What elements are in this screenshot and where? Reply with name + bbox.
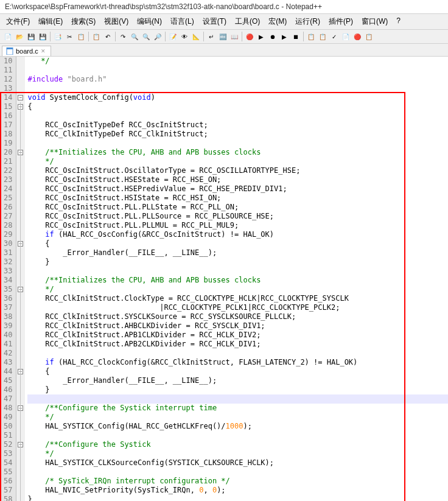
toolbar-button[interactable]: 📑 bbox=[52, 31, 63, 42]
menu-item[interactable]: 编码(N) bbox=[133, 15, 166, 28]
menu-item[interactable]: 文件(F) bbox=[2, 15, 33, 28]
code-line[interactable]: /* SysTick_IRQn interrupt configuration … bbox=[27, 477, 448, 486]
toolbar-button[interactable]: 📝 bbox=[167, 31, 178, 42]
toolbar-button[interactable]: 📋 bbox=[75, 31, 86, 42]
code-line[interactable]: /**Configure the Systick bbox=[27, 440, 448, 449]
toolbar-button[interactable]: 📋 bbox=[306, 31, 317, 42]
toolbar-button[interactable]: ▶ bbox=[279, 31, 290, 42]
toolbar-button[interactable]: 💾 bbox=[37, 31, 48, 42]
code-line[interactable]: if (HAL_RCC_OscConfig(&RCC_OscInitStruct… bbox=[27, 230, 448, 239]
code-line[interactable]: */ bbox=[27, 285, 448, 294]
menu-item[interactable]: 视图(V) bbox=[100, 15, 132, 28]
toolbar-button[interactable]: 📂 bbox=[14, 31, 25, 42]
code-line[interactable] bbox=[27, 267, 448, 276]
code-line[interactable]: void SystemClock_Config(void) bbox=[27, 93, 448, 102]
toolbar-button[interactable]: 🔴 bbox=[244, 31, 255, 42]
code-line[interactable]: RCC_ClkInitStruct.APB2CLKDivider = RCC_H… bbox=[27, 340, 448, 349]
code-line[interactable]: RCC_ClkInitStruct.AHBCLKDivider = RCC_SY… bbox=[27, 321, 448, 331]
code-line[interactable]: { bbox=[27, 367, 448, 376]
code-line[interactable]: RCC_ClkInitTypeDef RCC_ClkInitStruct; bbox=[27, 130, 448, 139]
toolbar-button[interactable]: ⏹ bbox=[290, 31, 301, 42]
menu-item[interactable]: 宏(M) bbox=[265, 15, 290, 28]
menu-item[interactable]: ? bbox=[393, 15, 404, 28]
file-tab[interactable]: board.c ✕ bbox=[2, 46, 51, 56]
toolbar-button[interactable]: 📋 bbox=[317, 31, 328, 42]
menu-item[interactable]: 窗口(W) bbox=[358, 15, 391, 28]
menu-item[interactable]: 编辑(E) bbox=[35, 15, 66, 28]
code-line[interactable]: */ bbox=[27, 57, 448, 66]
menu-item[interactable]: 运行(R) bbox=[292, 15, 324, 28]
toolbar-button[interactable]: ✓ bbox=[329, 31, 340, 42]
menu-item[interactable]: 设置(T) bbox=[199, 15, 230, 28]
toolbar-button[interactable]: 📋 bbox=[91, 31, 102, 42]
code-line[interactable]: } bbox=[27, 495, 448, 501]
toolbar-button[interactable]: 📐 bbox=[191, 31, 201, 42]
code-line[interactable]: /**Configure the Systick interrupt time bbox=[27, 404, 448, 413]
code-line[interactable]: HAL_SYSTICK_Config(HAL_RCC_GetHCLKFreq()… bbox=[27, 422, 448, 431]
code-line[interactable] bbox=[27, 66, 448, 75]
code-line[interactable] bbox=[27, 84, 448, 93]
code-line[interactable]: RCC_ClkInitStruct.APB1CLKDivider = RCC_H… bbox=[27, 331, 448, 340]
code-line[interactable]: RCC_OscInitStruct.OscillatorType = RCC_O… bbox=[27, 166, 448, 175]
code-line[interactable]: RCC_OscInitStruct.PLL.PLLSource = RCC_PL… bbox=[27, 212, 448, 221]
code-line[interactable]: */ bbox=[27, 413, 448, 422]
code-line[interactable] bbox=[27, 139, 448, 148]
toolbar-button[interactable]: 👁 bbox=[179, 31, 190, 42]
code-line[interactable]: _Error_Handler(__FILE__, __LINE__); bbox=[27, 248, 448, 258]
toolbar-button[interactable]: ↶ bbox=[102, 31, 113, 42]
editor[interactable]: 1011121314151617181920212223242526272829… bbox=[0, 57, 448, 501]
code-line[interactable]: RCC_OscInitStruct.PLL.PLLState = RCC_PLL… bbox=[27, 203, 448, 212]
code-line[interactable]: RCC_OscInitTypeDef RCC_OscInitStruct; bbox=[27, 121, 448, 130]
line-number: 55 bbox=[4, 468, 12, 477]
tab-close-icon[interactable]: ✕ bbox=[41, 48, 47, 54]
toolbar-button[interactable]: ↷ bbox=[117, 31, 128, 42]
fold-toggle[interactable]: − bbox=[18, 95, 23, 100]
toolbar-button[interactable]: 📄 bbox=[340, 31, 351, 42]
code-line[interactable]: } bbox=[27, 258, 448, 267]
menu-item[interactable]: 搜索(S) bbox=[68, 15, 99, 28]
code-line[interactable]: if (HAL_RCC_ClockConfig(&RCC_ClkInitStru… bbox=[27, 358, 448, 367]
menu-item[interactable]: 插件(P) bbox=[325, 15, 357, 28]
code-line[interactable]: RCC_OscInitStruct.HSEState = RCC_HSE_ON; bbox=[27, 175, 448, 184]
toolbar-button[interactable]: 🔤 bbox=[217, 31, 228, 42]
code-line[interactable]: */ bbox=[27, 449, 448, 458]
code-line[interactable]: /**Initializes the CPU, AHB and APB buss… bbox=[27, 276, 448, 285]
toolbar-button[interactable]: 📋 bbox=[363, 31, 374, 42]
code-line[interactable] bbox=[27, 468, 448, 477]
code-line[interactable]: HAL_NVIC_SetPriority(SysTick_IRQn, 0, 0)… bbox=[27, 486, 448, 495]
code-line[interactable] bbox=[27, 394, 448, 404]
code-line[interactable]: RCC_ClkInitStruct.ClockType = RCC_CLOCKT… bbox=[27, 294, 448, 303]
toolbar-button[interactable]: ↵ bbox=[206, 31, 217, 42]
toolbar-button[interactable]: 🔴 bbox=[352, 31, 363, 42]
code-line[interactable]: { bbox=[27, 102, 448, 111]
code-line[interactable]: RCC_OscInitStruct.PLL.PLLMUL = RCC_PLL_M… bbox=[27, 221, 448, 230]
code-line[interactable] bbox=[27, 431, 448, 440]
code-line[interactable]: _Error_Handler(__FILE__, __LINE__); bbox=[27, 376, 448, 385]
code-area[interactable]: */#include "board.h"void SystemClock_Con… bbox=[25, 57, 448, 501]
toolbar-button[interactable]: 💾 bbox=[26, 31, 37, 42]
code-line[interactable]: /**Initializes the CPU, AHB and APB buss… bbox=[27, 148, 448, 157]
toolbar-button[interactable]: 📖 bbox=[229, 31, 240, 42]
fold-gutter: −−−−−−−− bbox=[16, 57, 25, 501]
code-line[interactable]: */ bbox=[27, 157, 448, 166]
toolbar-button[interactable]: ▶ bbox=[256, 31, 267, 42]
code-line[interactable]: RCC_OscInitStruct.HSIState = RCC_HSI_ON; bbox=[27, 194, 448, 203]
toolbar-button[interactable]: 🔎 bbox=[152, 31, 163, 42]
toolbar-button[interactable]: 🔍 bbox=[129, 31, 140, 42]
code-line[interactable]: HAL_SYSTICK_CLKSourceConfig(SYSTICK_CLKS… bbox=[27, 458, 448, 468]
toolbar-button[interactable]: ⏺ bbox=[267, 31, 278, 42]
code-line[interactable]: |RCC_CLOCKTYPE_PCLK1|RCC_CLOCKTYPE_PCLK2… bbox=[27, 303, 448, 312]
code-line[interactable] bbox=[27, 349, 448, 358]
code-line[interactable]: RCC_OscInitStruct.HSEPredivValue = RCC_H… bbox=[27, 184, 448, 194]
code-line[interactable] bbox=[27, 111, 448, 121]
line-number: 42 bbox=[4, 349, 12, 358]
code-line[interactable]: RCC_ClkInitStruct.SYSCLKSource = RCC_SYS… bbox=[27, 312, 448, 321]
toolbar-button[interactable]: ✂ bbox=[64, 31, 75, 42]
toolbar-button[interactable]: 🔍 bbox=[141, 31, 152, 42]
menu-item[interactable]: 语言(L) bbox=[167, 15, 198, 28]
code-line[interactable]: #include "board.h" bbox=[27, 75, 448, 84]
toolbar-button[interactable]: 📄 bbox=[2, 31, 13, 42]
code-line[interactable]: } bbox=[27, 385, 448, 394]
menu-item[interactable]: 工具(O) bbox=[231, 15, 264, 28]
code-line[interactable]: { bbox=[27, 239, 448, 248]
